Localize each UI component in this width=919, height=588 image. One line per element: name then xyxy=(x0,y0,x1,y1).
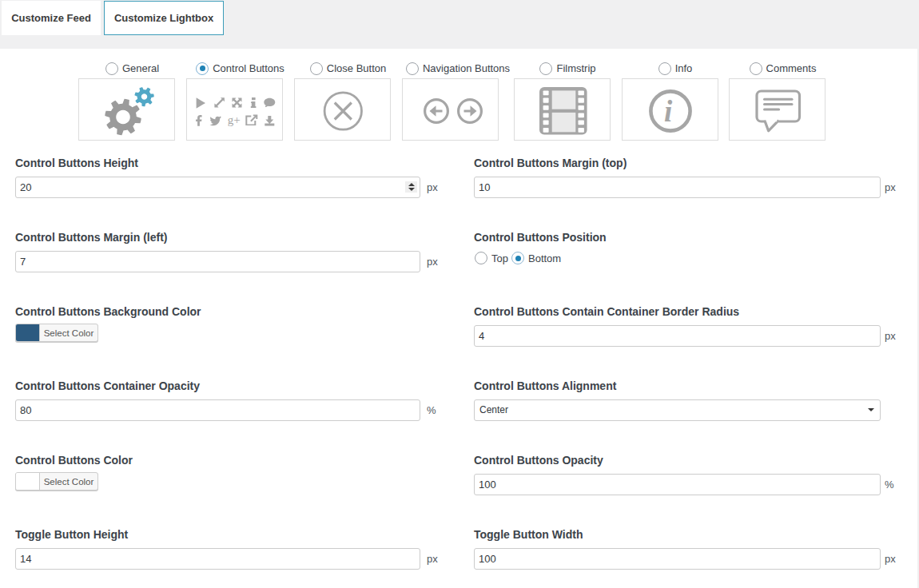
svg-text:i: i xyxy=(664,95,673,128)
svg-text:g+: g+ xyxy=(228,113,241,126)
